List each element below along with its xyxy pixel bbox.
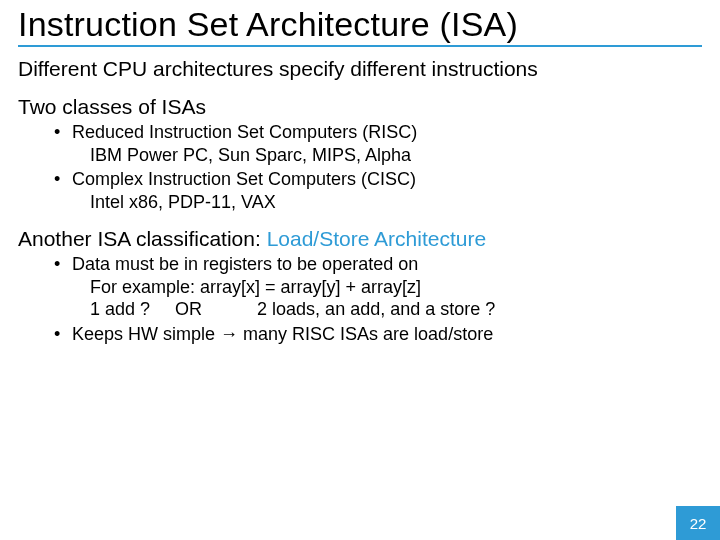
bullet-subline: 1 add ? OR 2 loads, an add, and a store … [72, 298, 702, 321]
page-number: 22 [690, 515, 707, 532]
list-item: Reduced Instruction Set Computers (RISC)… [54, 121, 702, 166]
slide-body: Instruction Set Architecture (ISA) Diffe… [0, 0, 720, 540]
list-item: Keeps HW simple → many RISC ISAs are loa… [54, 323, 702, 346]
bullet-subline: For example: array[x] = array[y] + array… [72, 276, 702, 299]
list-item: Data must be in registers to be operated… [54, 253, 702, 321]
bullet-line: Complex Instruction Set Computers (CISC) [72, 169, 416, 189]
list-item: Complex Instruction Set Computers (CISC)… [54, 168, 702, 213]
section-heading-2: Another ISA classification: Load/Store A… [18, 227, 702, 251]
bullet-line: Data must be in registers to be operated… [72, 254, 418, 274]
page-number-badge: 22 [676, 506, 720, 540]
slide-subtitle: Different CPU architectures specify diff… [18, 57, 702, 81]
bullet-list-2: Data must be in registers to be operated… [18, 253, 702, 345]
section-prefix: Another ISA classification: [18, 227, 267, 250]
bullet-subline: Intel x86, PDP-11, VAX [72, 191, 702, 214]
bullet-line: Reduced Instruction Set Computers (RISC) [72, 122, 417, 142]
bullet-subline: IBM Power PC, Sun Sparc, MIPS, Alpha [72, 144, 702, 167]
title-underline: Instruction Set Architecture (ISA) [18, 6, 702, 47]
bullet-line: Keeps HW simple → many RISC ISAs are loa… [72, 324, 493, 344]
slide-title: Instruction Set Architecture (ISA) [18, 6, 702, 43]
section-accent: Load/Store Architecture [267, 227, 486, 250]
bullet-list-1: Reduced Instruction Set Computers (RISC)… [18, 121, 702, 213]
section-heading-1: Two classes of ISAs [18, 95, 702, 119]
